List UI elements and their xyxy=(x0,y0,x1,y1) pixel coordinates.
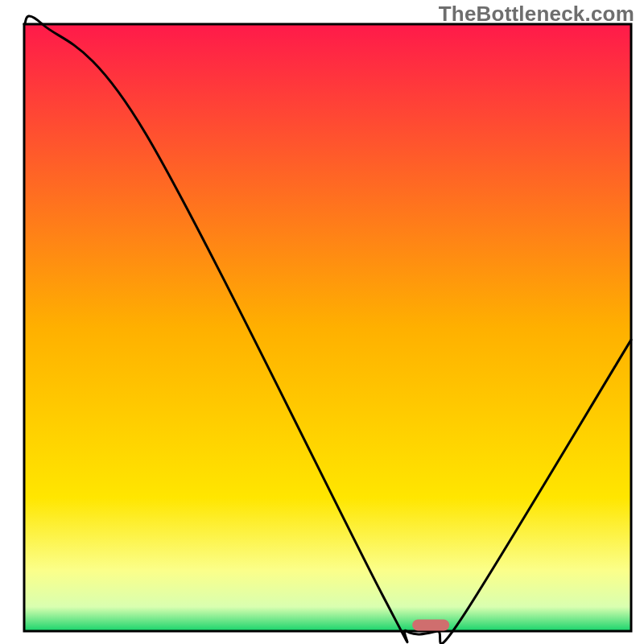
optimal-marker xyxy=(412,619,449,630)
watermark-text: TheBottleneck.com xyxy=(439,2,634,27)
chart-svg xyxy=(0,0,644,644)
bottleneck-chart: TheBottleneck.com xyxy=(0,0,644,644)
plot-background xyxy=(24,24,631,631)
